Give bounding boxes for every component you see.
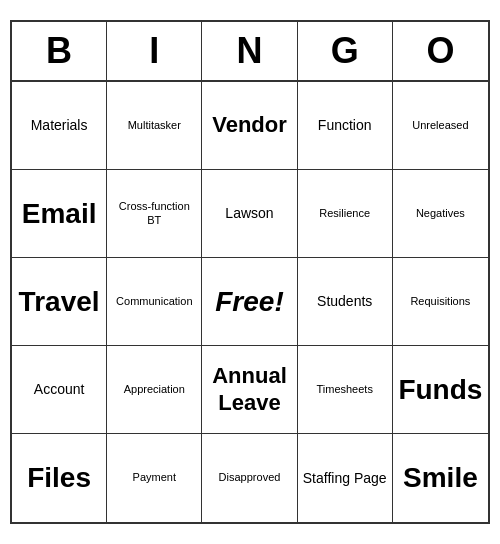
bingo-cell: Function: [298, 82, 393, 170]
bingo-cell: Communication: [107, 258, 202, 346]
cell-text: Files: [27, 461, 91, 495]
cell-text: Smile: [403, 461, 478, 495]
cell-text: Timesheets: [316, 383, 372, 396]
bingo-cell: Annual Leave: [202, 346, 297, 434]
bingo-cell: Payment: [107, 434, 202, 522]
bingo-cell: Smile: [393, 434, 488, 522]
cell-text: Students: [317, 293, 372, 310]
cell-text: Disapproved: [219, 471, 281, 484]
bingo-cell: Free!: [202, 258, 297, 346]
bingo-cell: Negatives: [393, 170, 488, 258]
cell-text: Funds: [398, 373, 482, 407]
cell-text: Staffing Page: [303, 470, 387, 487]
bingo-cell: Cross-function BT: [107, 170, 202, 258]
header-letter: I: [107, 22, 202, 80]
header-letter: N: [202, 22, 297, 80]
cell-text: Email: [22, 197, 97, 231]
cell-text: Annual Leave: [206, 363, 292, 416]
bingo-cell: Account: [12, 346, 107, 434]
bingo-cell: Email: [12, 170, 107, 258]
bingo-cell: Travel: [12, 258, 107, 346]
header-letter: G: [298, 22, 393, 80]
bingo-cell: Requisitions: [393, 258, 488, 346]
cell-text: Account: [34, 381, 85, 398]
cell-text: Vendor: [212, 112, 287, 138]
cell-text: Requisitions: [410, 295, 470, 308]
header-letter: B: [12, 22, 107, 80]
bingo-header: BINGO: [12, 22, 488, 82]
cell-text: Materials: [31, 117, 88, 134]
cell-text: Lawson: [225, 205, 273, 222]
cell-text: Cross-function BT: [111, 200, 197, 226]
bingo-cell: Disapproved: [202, 434, 297, 522]
bingo-cell: Materials: [12, 82, 107, 170]
header-letter: O: [393, 22, 488, 80]
bingo-cell: Unreleased: [393, 82, 488, 170]
cell-text: Resilience: [319, 207, 370, 220]
cell-text: Function: [318, 117, 372, 134]
bingo-cell: Funds: [393, 346, 488, 434]
bingo-cell: Files: [12, 434, 107, 522]
bingo-cell: Lawson: [202, 170, 297, 258]
bingo-cell: Students: [298, 258, 393, 346]
bingo-cell: Staffing Page: [298, 434, 393, 522]
bingo-cell: Resilience: [298, 170, 393, 258]
cell-text: Payment: [133, 471, 176, 484]
cell-text: Unreleased: [412, 119, 468, 132]
cell-text: Communication: [116, 295, 192, 308]
bingo-grid: MaterialsMultitaskerVendorFunctionUnrele…: [12, 82, 488, 522]
bingo-cell: Timesheets: [298, 346, 393, 434]
cell-text: Multitasker: [128, 119, 181, 132]
cell-text: Appreciation: [124, 383, 185, 396]
cell-text: Free!: [215, 285, 283, 319]
bingo-card: BINGO MaterialsMultitaskerVendorFunction…: [10, 20, 490, 524]
cell-text: Travel: [19, 285, 100, 319]
bingo-cell: Multitasker: [107, 82, 202, 170]
bingo-cell: Appreciation: [107, 346, 202, 434]
cell-text: Negatives: [416, 207, 465, 220]
bingo-cell: Vendor: [202, 82, 297, 170]
